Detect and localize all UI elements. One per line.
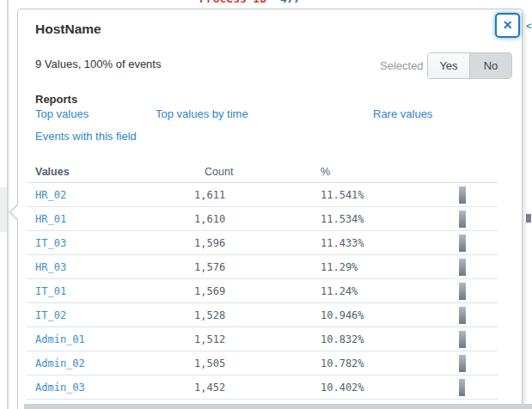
table-row[interactable]: IT_02 1,528 10.946% (27, 303, 498, 327)
selected-label: Selected (380, 59, 424, 72)
popup-caret-fill (10, 204, 19, 220)
percent-bar (459, 283, 466, 300)
value-link[interactable]: HR_03 (27, 261, 194, 273)
background-field-name: Process ID (199, 0, 266, 5)
bar-cell (459, 307, 498, 324)
percent-bar (459, 379, 465, 396)
bar-cell (459, 235, 498, 252)
count-cell: 1,596 (194, 237, 321, 249)
selected-yes-button[interactable]: Yes (428, 53, 470, 78)
table-row[interactable]: Admin_03 1,452 10.402% (27, 375, 498, 400)
count-cell: 1,569 (194, 285, 321, 297)
bar-cell (459, 186, 498, 204)
percent-bar (459, 235, 466, 252)
background-text-fragment (526, 214, 531, 223)
background-chevron-fragment: < (526, 21, 532, 31)
percent-cell: 11.29% (321, 261, 459, 273)
value-link[interactable]: IT_02 (27, 309, 194, 321)
table-row[interactable]: Admin_01 1,512 10.832% (27, 327, 498, 351)
percent-bar (459, 259, 466, 276)
percent-cell: 10.402% (321, 382, 459, 394)
percent-cell: 11.541% (321, 189, 459, 201)
count-cell: 1,576 (194, 261, 321, 273)
background-left-band (0, 187, 7, 232)
value-link[interactable]: Admin_02 (27, 357, 194, 369)
percent-bar (459, 355, 466, 372)
value-link[interactable]: HR_02 (27, 189, 194, 201)
value-link[interactable]: Admin_03 (27, 382, 194, 394)
table-row[interactable]: HR_03 1,576 11.29% (27, 255, 498, 279)
bar-cell (459, 211, 498, 228)
bar-cell (459, 259, 498, 276)
selected-toggle: Yes No (427, 52, 512, 79)
table-row[interactable]: IT_01 1,569 11.24% (27, 279, 498, 303)
table-row[interactable]: HR_01 1,610 11.534% (27, 207, 498, 231)
background-event-text: Process ID 477 (199, 0, 300, 5)
link-events-with-field[interactable]: Events with this field (35, 130, 137, 143)
reports-heading: Reports (35, 93, 77, 106)
value-link[interactable]: IT_01 (27, 285, 194, 297)
count-cell: 1,610 (194, 213, 321, 225)
percent-cell: 11.433% (321, 237, 459, 249)
link-top-values[interactable]: Top values (35, 107, 89, 120)
percent-cell: 11.534% (321, 213, 459, 225)
header-percent: % (321, 166, 459, 178)
percent-cell: 10.782% (321, 357, 459, 369)
background-field-value: 477 (280, 0, 300, 5)
screen: Process ID 477 < HostName ✕ 9 Values, 10… (0, 0, 532, 409)
table-body: HR_02 1,611 11.541% HR_01 1,610 11.534% … (27, 183, 498, 400)
field-popup: HostName ✕ 9 Values, 100% of events Sele… (17, 9, 523, 409)
percent-cell: 10.946% (321, 309, 459, 321)
field-summary: 9 Values, 100% of events (35, 58, 161, 70)
percent-bar (459, 186, 466, 204)
close-button[interactable]: ✕ (495, 13, 520, 38)
popup-title: HostName (35, 21, 101, 37)
selected-no-button[interactable]: No (470, 53, 511, 78)
bar-cell (459, 283, 498, 300)
value-link[interactable]: HR_01 (27, 213, 194, 225)
values-table: Values Count % HR_02 1,611 11.541% HR_01… (27, 154, 498, 400)
percent-bar (459, 307, 466, 324)
header-values: Values (27, 166, 194, 178)
bar-cell (459, 355, 498, 372)
count-cell: 1,505 (194, 357, 321, 369)
close-icon: ✕ (503, 18, 513, 32)
background-bottom-band (24, 404, 532, 409)
count-cell: 1,512 (194, 333, 321, 345)
percent-cell: 10.832% (321, 333, 459, 345)
bar-cell (459, 331, 498, 348)
table-row[interactable]: Admin_02 1,505 10.782% (27, 351, 498, 375)
link-rare-values[interactable]: Rare values (373, 107, 432, 120)
value-link[interactable]: IT_03 (27, 237, 194, 249)
percent-bar (459, 331, 466, 348)
count-cell: 1,528 (194, 309, 321, 321)
table-row[interactable]: HR_02 1,611 11.541% (27, 183, 498, 207)
percent-cell: 11.24% (321, 285, 459, 297)
percent-bar (459, 211, 466, 228)
count-cell: 1,611 (194, 189, 321, 201)
table-header-row: Values Count % (27, 154, 498, 183)
table-row[interactable]: IT_03 1,596 11.433% (27, 231, 498, 255)
header-count: Count (194, 166, 321, 178)
bar-cell (459, 379, 498, 396)
link-top-values-by-time[interactable]: Top values by time (156, 107, 248, 120)
count-cell: 1,452 (194, 382, 321, 394)
value-link[interactable]: Admin_01 (27, 333, 194, 345)
